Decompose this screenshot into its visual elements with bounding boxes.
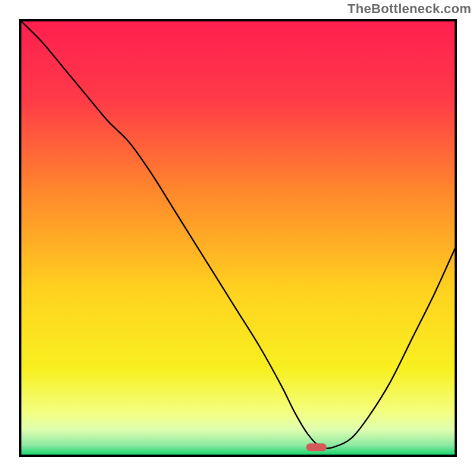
watermark-label: TheBottleneck.com [347,1,471,17]
optimum-marker [306,443,327,451]
bottleneck-chart [0,0,476,476]
plot-background [20,20,456,456]
